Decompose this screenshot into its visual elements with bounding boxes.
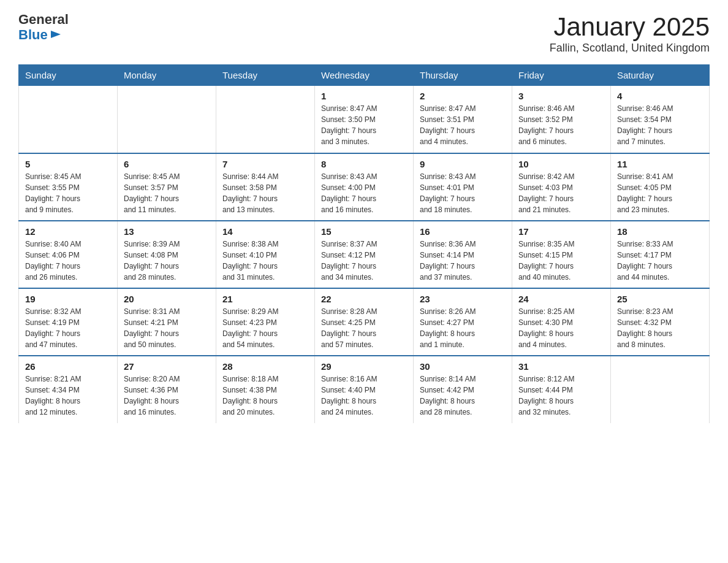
title-section: January 2025 Fallin, Scotland, United Ki… — [550, 12, 710, 55]
day-info: Sunrise: 8:43 AM Sunset: 4:00 PM Dayligh… — [321, 171, 407, 215]
page-header: General Blue January 2025 Fallin, Scotla… — [18, 12, 710, 55]
calendar-cell: 29Sunrise: 8:16 AM Sunset: 4:40 PM Dayli… — [315, 356, 414, 423]
weekday-header-row: SundayMondayTuesdayWednesdayThursdayFrid… — [19, 65, 710, 86]
calendar-cell — [19, 86, 118, 153]
calendar-cell: 24Sunrise: 8:25 AM Sunset: 4:30 PM Dayli… — [512, 288, 611, 356]
day-number: 16 — [420, 226, 506, 237]
logo-blue: Blue — [18, 28, 48, 42]
day-info: Sunrise: 8:21 AM Sunset: 4:34 PM Dayligh… — [25, 373, 111, 418]
day-info: Sunrise: 8:45 AM Sunset: 3:57 PM Dayligh… — [124, 171, 210, 215]
day-info: Sunrise: 8:46 AM Sunset: 3:52 PM Dayligh… — [518, 103, 604, 147]
day-number: 22 — [321, 294, 407, 304]
day-info: Sunrise: 8:20 AM Sunset: 4:36 PM Dayligh… — [124, 373, 210, 418]
day-number: 18 — [617, 226, 703, 237]
day-info: Sunrise: 8:14 AM Sunset: 4:42 PM Dayligh… — [420, 373, 506, 418]
weekday-header-tuesday: Tuesday — [216, 65, 315, 86]
calendar-cell: 15Sunrise: 8:37 AM Sunset: 4:12 PM Dayli… — [315, 221, 414, 288]
calendar-cell: 11Sunrise: 8:41 AM Sunset: 4:05 PM Dayli… — [611, 153, 710, 221]
day-number: 24 — [518, 294, 604, 304]
day-info: Sunrise: 8:29 AM Sunset: 4:23 PM Dayligh… — [222, 306, 308, 350]
weekday-header-wednesday: Wednesday — [315, 65, 414, 86]
week-row-1: 5Sunrise: 8:45 AM Sunset: 3:55 PM Daylig… — [19, 153, 710, 221]
calendar-cell: 22Sunrise: 8:28 AM Sunset: 4:25 PM Dayli… — [315, 288, 414, 356]
day-info: Sunrise: 8:26 AM Sunset: 4:27 PM Dayligh… — [420, 306, 506, 350]
calendar-cell: 18Sunrise: 8:33 AM Sunset: 4:17 PM Dayli… — [611, 221, 710, 288]
day-info: Sunrise: 8:45 AM Sunset: 3:55 PM Dayligh… — [25, 171, 111, 215]
logo-arrow-icon — [50, 28, 62, 40]
day-number: 20 — [124, 294, 210, 304]
day-number: 8 — [321, 159, 407, 169]
week-row-4: 26Sunrise: 8:21 AM Sunset: 4:34 PM Dayli… — [19, 356, 710, 423]
calendar-cell: 16Sunrise: 8:36 AM Sunset: 4:14 PM Dayli… — [414, 221, 512, 288]
day-number: 15 — [321, 226, 407, 237]
calendar-cell: 1Sunrise: 8:47 AM Sunset: 3:50 PM Daylig… — [315, 86, 414, 153]
day-number: 2 — [420, 91, 506, 101]
day-number: 17 — [518, 226, 604, 237]
day-number: 12 — [25, 226, 111, 237]
day-number: 21 — [222, 294, 308, 304]
calendar-cell: 17Sunrise: 8:35 AM Sunset: 4:15 PM Dayli… — [512, 221, 611, 288]
calendar-cell: 23Sunrise: 8:26 AM Sunset: 4:27 PM Dayli… — [414, 288, 512, 356]
day-number: 5 — [25, 159, 111, 169]
day-info: Sunrise: 8:32 AM Sunset: 4:19 PM Dayligh… — [25, 306, 111, 350]
day-number: 7 — [222, 159, 308, 169]
calendar-cell: 25Sunrise: 8:23 AM Sunset: 4:32 PM Dayli… — [611, 288, 710, 356]
week-row-0: 1Sunrise: 8:47 AM Sunset: 3:50 PM Daylig… — [19, 86, 710, 153]
day-number: 29 — [321, 361, 407, 372]
calendar-cell: 31Sunrise: 8:12 AM Sunset: 4:44 PM Dayli… — [512, 356, 611, 423]
day-number: 10 — [518, 159, 604, 169]
calendar-table: SundayMondayTuesdayWednesdayThursdayFrid… — [18, 64, 710, 423]
calendar-cell — [216, 86, 315, 153]
day-number: 23 — [420, 294, 506, 304]
day-info: Sunrise: 8:47 AM Sunset: 3:50 PM Dayligh… — [321, 103, 407, 147]
day-info: Sunrise: 8:39 AM Sunset: 4:08 PM Dayligh… — [124, 239, 210, 283]
calendar-cell: 12Sunrise: 8:40 AM Sunset: 4:06 PM Dayli… — [19, 221, 118, 288]
day-info: Sunrise: 8:42 AM Sunset: 4:03 PM Dayligh… — [518, 171, 604, 215]
calendar-cell: 30Sunrise: 8:14 AM Sunset: 4:42 PM Dayli… — [414, 356, 512, 423]
day-info: Sunrise: 8:23 AM Sunset: 4:32 PM Dayligh… — [617, 306, 703, 350]
day-number: 9 — [420, 159, 506, 169]
calendar-cell: 28Sunrise: 8:18 AM Sunset: 4:38 PM Dayli… — [216, 356, 315, 423]
weekday-header-sunday: Sunday — [19, 65, 118, 86]
calendar-cell: 20Sunrise: 8:31 AM Sunset: 4:21 PM Dayli… — [118, 288, 216, 356]
calendar-cell: 5Sunrise: 8:45 AM Sunset: 3:55 PM Daylig… — [19, 153, 118, 221]
day-number: 4 — [617, 91, 703, 101]
day-info: Sunrise: 8:16 AM Sunset: 4:40 PM Dayligh… — [321, 373, 407, 418]
day-info: Sunrise: 8:41 AM Sunset: 4:05 PM Dayligh… — [617, 171, 703, 215]
day-number: 1 — [321, 91, 407, 101]
calendar-cell: 13Sunrise: 8:39 AM Sunset: 4:08 PM Dayli… — [118, 221, 216, 288]
calendar-cell: 10Sunrise: 8:42 AM Sunset: 4:03 PM Dayli… — [512, 153, 611, 221]
logo: General Blue — [18, 12, 69, 43]
calendar-cell — [118, 86, 216, 153]
week-row-3: 19Sunrise: 8:32 AM Sunset: 4:19 PM Dayli… — [19, 288, 710, 356]
day-info: Sunrise: 8:36 AM Sunset: 4:14 PM Dayligh… — [420, 239, 506, 283]
day-info: Sunrise: 8:35 AM Sunset: 4:15 PM Dayligh… — [518, 239, 604, 283]
day-info: Sunrise: 8:47 AM Sunset: 3:51 PM Dayligh… — [420, 103, 506, 147]
day-number: 30 — [420, 361, 506, 372]
day-info: Sunrise: 8:46 AM Sunset: 3:54 PM Dayligh… — [617, 103, 703, 147]
weekday-header-friday: Friday — [512, 65, 611, 86]
day-info: Sunrise: 8:12 AM Sunset: 4:44 PM Dayligh… — [518, 373, 604, 418]
calendar-cell: 27Sunrise: 8:20 AM Sunset: 4:36 PM Dayli… — [118, 356, 216, 423]
day-number: 14 — [222, 226, 308, 237]
day-number: 19 — [25, 294, 111, 304]
day-info: Sunrise: 8:28 AM Sunset: 4:25 PM Dayligh… — [321, 306, 407, 350]
day-number: 31 — [518, 361, 604, 372]
day-number: 13 — [124, 226, 210, 237]
day-info: Sunrise: 8:38 AM Sunset: 4:10 PM Dayligh… — [222, 239, 308, 283]
day-info: Sunrise: 8:43 AM Sunset: 4:01 PM Dayligh… — [420, 171, 506, 215]
weekday-header-saturday: Saturday — [611, 65, 710, 86]
calendar-cell: 7Sunrise: 8:44 AM Sunset: 3:58 PM Daylig… — [216, 153, 315, 221]
calendar-cell: 14Sunrise: 8:38 AM Sunset: 4:10 PM Dayli… — [216, 221, 315, 288]
calendar-cell: 26Sunrise: 8:21 AM Sunset: 4:34 PM Dayli… — [19, 356, 118, 423]
day-number: 11 — [617, 159, 703, 169]
calendar-cell: 6Sunrise: 8:45 AM Sunset: 3:57 PM Daylig… — [118, 153, 216, 221]
day-info: Sunrise: 8:37 AM Sunset: 4:12 PM Dayligh… — [321, 239, 407, 283]
calendar-cell: 8Sunrise: 8:43 AM Sunset: 4:00 PM Daylig… — [315, 153, 414, 221]
calendar-cell: 21Sunrise: 8:29 AM Sunset: 4:23 PM Dayli… — [216, 288, 315, 356]
calendar-subtitle: Fallin, Scotland, United Kingdom — [550, 42, 710, 55]
calendar-title: January 2025 — [550, 12, 710, 42]
day-number: 25 — [617, 294, 703, 304]
calendar-cell — [611, 356, 710, 423]
calendar-cell: 4Sunrise: 8:46 AM Sunset: 3:54 PM Daylig… — [611, 86, 710, 153]
